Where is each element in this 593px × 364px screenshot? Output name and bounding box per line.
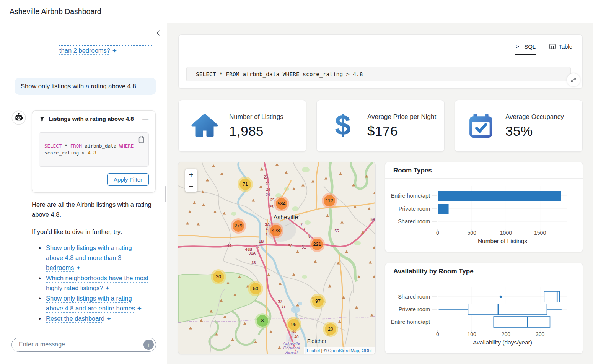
apply-filter-button[interactable]: Apply Filter [107, 173, 149, 186]
sparkle-icon: ✦ [106, 315, 111, 322]
copy-icon[interactable] [137, 135, 145, 144]
sidebar-collapse-icon[interactable] [155, 29, 162, 36]
road-number-label: 51 [301, 245, 306, 249]
table-icon [549, 44, 556, 49]
road-number-label: 1B [259, 239, 264, 244]
availability-card: Availability by Room Type 0100200300Shar… [385, 263, 583, 354]
sparkle-icon: ✦ [137, 305, 142, 312]
svg-text:Shared room: Shared room [398, 218, 430, 224]
road-number-label: 2 [266, 226, 268, 231]
road-number-label: 23 [265, 182, 269, 186]
map-zoom-control: + − [185, 169, 197, 192]
filter-icon [39, 116, 45, 122]
stat-value: 35% [505, 123, 564, 139]
listings-map[interactable]: 7158411227942822120509789520 23232424252… [178, 162, 376, 354]
map-attribution: Leaflet | © OpenStreetMap, ODbL [304, 347, 375, 354]
map-cluster-marker[interactable]: 50 [248, 281, 263, 296]
arrow-up-icon: ↑ [147, 341, 150, 348]
stat-label: Number of Listings [229, 113, 283, 121]
bot-avatar-icon [11, 110, 26, 125]
stat-card-listings: Number of Listings 1,985 [178, 100, 306, 152]
house-icon [190, 113, 219, 138]
sidebar-scrollbar[interactable] [165, 186, 166, 202]
leaflet-link[interactable]: Leaflet [307, 348, 320, 353]
suggestion-link[interactable]: Show only listings with a rating above 4… [46, 295, 142, 312]
expand-button[interactable] [567, 73, 580, 86]
map-cluster-marker[interactable]: 221 [310, 237, 325, 252]
road-number-label: 44 [227, 244, 231, 248]
svg-text:100: 100 [468, 331, 477, 337]
list-item: Reset the dashboard✦ [39, 314, 150, 324]
map-cluster-marker[interactable]: 8 [255, 313, 270, 328]
map-base-layer [178, 162, 376, 354]
svg-text:$: $ [335, 112, 350, 140]
sql-panel: >_ SQL Table SELECT * FROM airbnb_data W… [178, 34, 583, 89]
road-number-label: 23 [264, 175, 268, 179]
city-label: Asheville [274, 214, 298, 221]
suggestion-link[interactable]: Which neighborhoods have the most highly… [46, 275, 148, 291]
map-cluster-marker[interactable]: 71 [238, 177, 253, 192]
svg-text:Shared room: Shared room [398, 294, 430, 300]
room-types-card: Room Types 050010001500Entire home/aptPr… [385, 162, 583, 252]
room-types-bar-chart: 050010001500Entire home/aptPrivate roomS… [385, 179, 583, 252]
map-cluster-marker[interactable]: 97 [310, 294, 326, 309]
suggestion-link[interactable]: Show only listings with a rating above 4… [46, 244, 132, 271]
svg-text:200: 200 [502, 331, 511, 337]
bot-response-text: Here are all the Airbnb listings with a … [32, 200, 153, 219]
odbl-link[interactable]: ODbL [362, 348, 373, 353]
dollar-icon: $ [328, 112, 357, 140]
map-cluster-marker[interactable]: 20 [323, 322, 338, 337]
user-message: Show only listings with a rating above 4… [15, 78, 156, 95]
map-cluster-marker[interactable]: 95 [286, 317, 301, 332]
bot-response-text: If you’d like to dive in further, try: [32, 227, 153, 237]
send-button[interactable]: ↑ [143, 340, 154, 350]
chat-sidebar: than 2 bedrooms?✦ Show only listings wit… [0, 23, 167, 364]
osm-link[interactable]: OpenStreetMap [328, 348, 359, 353]
suggestion-link[interactable]: than 2 bedrooms?✦ [59, 47, 117, 54]
view-tabs: >_ SQL Table [516, 35, 572, 58]
list-item: Which neighborhoods have the most highly… [39, 273, 150, 293]
filter-card: Listings with a rating above 4.8 — SELEC… [32, 110, 156, 193]
tab-sql[interactable]: >_ SQL [516, 35, 536, 58]
filter-card-header: Listings with a rating above 4.8 — [32, 111, 155, 127]
svg-text:Entire home/apt: Entire home/apt [391, 319, 430, 325]
message-input-bar: ↑ [11, 338, 156, 352]
stat-value: 1,985 [229, 123, 283, 139]
suggestion-link[interactable]: Reset the dashboard✦ [46, 315, 111, 322]
svg-text:0: 0 [436, 230, 439, 236]
zoom-out-button[interactable]: − [185, 180, 197, 192]
tab-table[interactable]: Table [549, 35, 572, 58]
svg-text:Availability (days/year): Availability (days/year) [473, 339, 532, 346]
map-cluster-marker[interactable]: 428 [268, 223, 283, 238]
town-label: Fletcher [307, 338, 327, 344]
svg-text:Private room: Private room [399, 306, 430, 312]
sparkle-icon: ✦ [112, 47, 117, 54]
road-number-label: 37 [278, 299, 282, 304]
sparkle-icon: ✦ [105, 285, 110, 291]
svg-text:0: 0 [436, 331, 439, 337]
message-input[interactable] [19, 338, 141, 351]
svg-text:Entire home/apt: Entire home/apt [391, 193, 430, 199]
map-cluster-marker[interactable]: 112 [322, 193, 337, 208]
svg-text:1000: 1000 [500, 230, 512, 236]
sql-query-display: SELECT * FROM airbnb_data WHERE score_ra… [186, 67, 571, 81]
road-number-label: 50 [288, 244, 292, 248]
page-title: Asheville Airbnb Dashboard [10, 0, 101, 23]
stat-card-occupancy: Average Occupancy 35% [455, 100, 583, 152]
road-number-label: 24 [266, 193, 270, 197]
filter-card-collapse-button[interactable]: — [141, 115, 150, 123]
map-cluster-marker[interactable]: 584 [274, 196, 289, 211]
zoom-in-button[interactable]: + [185, 169, 197, 180]
map-cluster-marker[interactable]: 279 [231, 218, 246, 234]
truncated-suggestion-link[interactable]: than 2 bedrooms?✦ [59, 45, 152, 54]
road-number-label: 37 [281, 304, 285, 309]
road-number-label: 33 [251, 261, 256, 265]
road-number-label: 7 [300, 223, 303, 227]
road-number-label: 59 [370, 218, 375, 222]
map-cluster-marker[interactable]: 20 [211, 269, 226, 284]
mountain-peaks [186, 163, 376, 349]
road-number-label: 2 [265, 233, 267, 237]
road-number-label: 24 [266, 187, 270, 192]
app-header: Asheville Airbnb Dashboard [0, 0, 593, 23]
svg-text:Number of Listings: Number of Listings [478, 238, 527, 244]
